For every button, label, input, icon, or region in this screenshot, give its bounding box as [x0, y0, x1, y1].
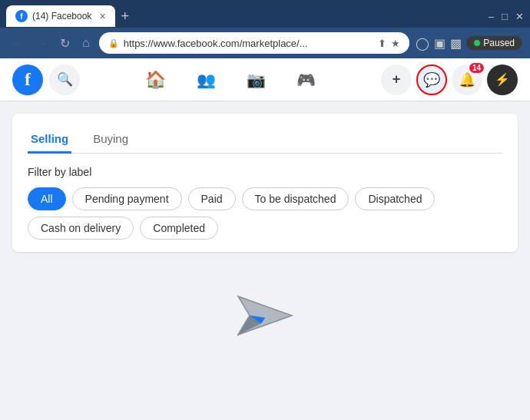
search-button[interactable]: 🔍 — [49, 64, 80, 95]
page-content: Selling Buying Filter by label All Pendi… — [0, 101, 530, 420]
tab-title: (14) Facebook — [32, 11, 91, 21]
url-actions: ⬆ ★ — [378, 38, 400, 49]
home-nav-icon[interactable]: 🏠 — [142, 67, 169, 93]
facebook-logo[interactable]: f — [12, 64, 43, 95]
share-icon[interactable]: ⬆ — [378, 38, 386, 49]
screenshot-icon[interactable]: ◯ — [416, 36, 429, 51]
chip-to-be-dispatched[interactable]: To be dispatched — [242, 187, 349, 210]
window-close-icon: ✕ — [515, 11, 524, 22]
url-bar[interactable]: 🔒 https://www.facebook.com/marketplace/.… — [99, 32, 410, 54]
facebook-header: f 🔍 🏠 👥 📷 🎮 + 💬 🔔 14 ⚡ — [0, 58, 530, 101]
paper-plane-icon — [234, 289, 296, 342]
window-controls: – □ ✕ — [482, 11, 524, 22]
paused-button[interactable]: Paused — [466, 36, 522, 50]
bookmark-icon[interactable]: ★ — [391, 38, 400, 49]
window-restore-icon: □ — [502, 11, 508, 22]
friends-nav-icon[interactable]: 👥 — [194, 68, 219, 92]
empty-state — [12, 258, 518, 373]
filter-chips: All Pending payment Paid To be dispatche… — [28, 187, 502, 240]
notifications-badge: 14 — [469, 63, 484, 73]
address-bar: ← → ↻ ⌂ 🔒 https://www.facebook.com/marke… — [0, 28, 530, 58]
main-nav: 🏠 👥 📷 🎮 — [86, 67, 375, 93]
sidebar-icon[interactable]: ▩ — [450, 36, 462, 51]
plus-icon: + — [393, 71, 401, 88]
forward-button[interactable]: → — [32, 35, 51, 51]
avatar-icon: ⚡ — [495, 72, 510, 87]
selling-tab[interactable]: Selling — [28, 126, 71, 154]
chip-all[interactable]: All — [28, 187, 66, 210]
window-minimize-icon: – — [489, 11, 494, 22]
reload-button[interactable]: ↻ — [57, 35, 73, 52]
chip-cash-on-delivery[interactable]: Cash on delivery — [28, 217, 134, 240]
home-button[interactable]: ⌂ — [79, 35, 93, 51]
main-card: Selling Buying Filter by label All Pendi… — [12, 114, 518, 252]
messenger-button[interactable]: 💬 — [416, 64, 447, 95]
avatar-button[interactable]: ⚡ — [487, 64, 518, 95]
header-actions: + 💬 🔔 14 ⚡ — [381, 64, 518, 95]
paused-dot-icon — [474, 40, 480, 46]
chip-paid[interactable]: Paid — [188, 187, 236, 210]
active-tab[interactable]: f (14) Facebook × — [6, 5, 115, 27]
tab-favicon: f — [15, 10, 28, 22]
selling-buying-tabs: Selling Buying — [28, 126, 502, 154]
bell-icon: 🔔 — [459, 71, 475, 88]
tab-close-button[interactable]: × — [99, 10, 105, 22]
lock-icon: 🔒 — [108, 38, 119, 48]
chip-dispatched[interactable]: Dispatched — [355, 187, 435, 210]
tab-bar: f (14) Facebook × + – □ ✕ — [0, 0, 530, 28]
watch-nav-icon[interactable]: 📷 — [243, 68, 269, 92]
browser-actions: ◯ ▣ ▩ Paused — [416, 36, 522, 51]
new-tab-button[interactable]: + — [121, 8, 130, 25]
messenger-icon: 💬 — [423, 71, 440, 88]
gaming-nav-icon[interactable]: 🎮 — [293, 68, 319, 92]
paused-label: Paused — [483, 38, 515, 48]
url-text: https://www.facebook.com/marketplace/... — [124, 38, 374, 49]
notifications-button[interactable]: 🔔 14 — [452, 64, 482, 95]
search-icon: 🔍 — [57, 71, 73, 88]
chip-completed[interactable]: Completed — [140, 217, 218, 240]
facebook-logo-text: f — [25, 69, 31, 90]
filter-label: Filter by label — [28, 166, 502, 178]
plus-button[interactable]: + — [381, 64, 412, 95]
buying-tab[interactable]: Buying — [90, 126, 131, 154]
chip-pending-payment[interactable]: Pending payment — [72, 187, 182, 210]
puzzle-icon[interactable]: ▣ — [434, 36, 446, 51]
browser-chrome: f (14) Facebook × + – □ ✕ ← → ↻ ⌂ 🔒 http… — [0, 0, 530, 58]
back-button[interactable]: ← — [8, 35, 26, 51]
